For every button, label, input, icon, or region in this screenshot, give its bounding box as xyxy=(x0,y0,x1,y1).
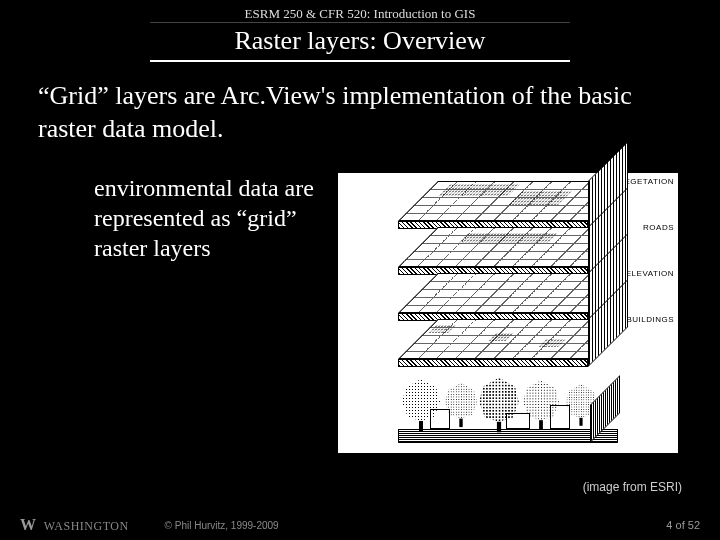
layer-label-buildings: BUILDINGS xyxy=(626,315,674,324)
image-credit: (image from ESRI) xyxy=(583,480,682,494)
footer: W WASHINGTON © Phil Hurvitz, 1999-2009 4… xyxy=(0,510,720,540)
content-row: environmental data are represented as “g… xyxy=(38,173,682,453)
slide-title: Raster layers: Overview xyxy=(234,26,485,55)
body-paragraph: environmental data are represented as “g… xyxy=(38,173,334,453)
title-bar: Raster layers: Overview xyxy=(150,26,570,62)
page-number: 4 of 52 xyxy=(666,519,700,531)
uw-text: WASHINGTON xyxy=(44,519,129,533)
layer-label-elevation: ELEVATION xyxy=(626,269,674,278)
slide-body: “Grid” layers are Arc.View's implementat… xyxy=(0,62,720,453)
layer-label-roads: ROADS xyxy=(643,223,674,232)
slide: ESRM 250 & CFR 520: Introduction to GIS … xyxy=(0,0,720,540)
uw-w-icon: W xyxy=(20,516,37,533)
uw-logo: W WASHINGTON xyxy=(20,516,129,534)
ground-scene xyxy=(368,351,638,443)
raster-layers-figure: VEGETATION ROADS ELEVATION xyxy=(338,173,678,453)
main-heading: “Grid” layers are Arc.View's implementat… xyxy=(38,80,682,145)
course-code: ESRM 250 & CFR 520: Introduction to GIS xyxy=(150,0,570,23)
copyright: © Phil Hurvitz, 1999-2009 xyxy=(165,520,279,531)
